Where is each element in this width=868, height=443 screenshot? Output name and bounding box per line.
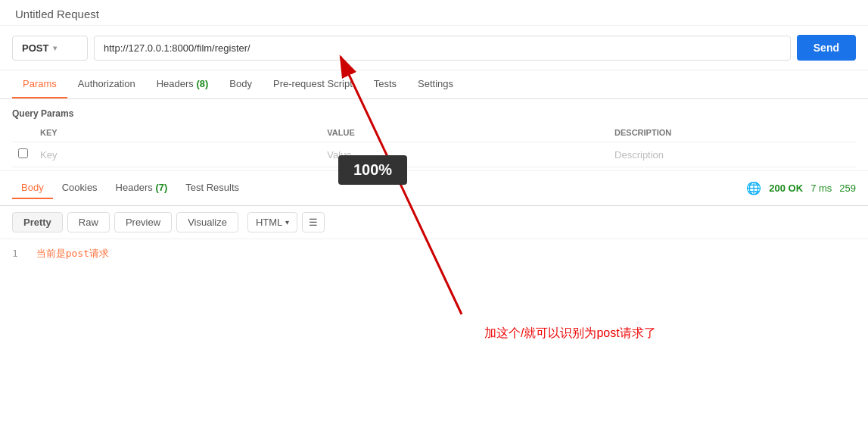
tab-tests[interactable]: Tests: [363, 70, 407, 98]
response-content: 当前是post请求: [36, 248, 109, 259]
wrap-button[interactable]: ☰: [302, 212, 325, 232]
tab-settings[interactable]: Settings: [407, 70, 464, 98]
row-checkbox-input[interactable]: [18, 148, 28, 158]
chevron-down-icon: ▾: [53, 44, 57, 52]
col-description: DESCRIPTION: [608, 123, 856, 142]
url-bar: POST ▾ Send: [0, 26, 868, 70]
tab-authorization[interactable]: Authorization: [67, 70, 146, 98]
tab-params[interactable]: Params: [12, 70, 67, 98]
key-cell[interactable]: Key: [34, 142, 321, 167]
format-btn-pretty[interactable]: Pretty: [12, 212, 63, 232]
tab-prerequest[interactable]: Pre-request Script: [263, 70, 363, 98]
format-btn-preview[interactable]: Preview: [114, 212, 172, 232]
tab-headers[interactable]: Headers (8): [146, 70, 219, 98]
response-bar: Body Cookies Headers (7) Test Results 🌐 …: [0, 170, 868, 206]
query-params-section: Query Params KEY VALUE DESCRIPTION Key: [0, 99, 868, 167]
format-btn-raw[interactable]: Raw: [67, 212, 110, 232]
row-checkbox[interactable]: [12, 142, 34, 167]
value-cell[interactable]: Value: [321, 142, 608, 167]
response-tab-test-results[interactable]: Test Results: [176, 177, 248, 199]
chevron-down-icon: ▾: [285, 218, 289, 226]
response-format-bar: Pretty Raw Preview Visualize HTML ▾ ☰: [0, 206, 868, 239]
response-tab-cookies[interactable]: Cookies: [53, 177, 107, 199]
response-headers-badge: (7): [155, 182, 167, 193]
method-label: POST: [22, 42, 48, 54]
col-value: VALUE: [321, 123, 608, 142]
status-size: 259: [839, 183, 856, 194]
request-title: Untitled Request: [15, 8, 99, 20]
globe-icon: 🌐: [746, 181, 761, 195]
col-key: KEY: [34, 123, 321, 142]
tabs-bar: Params Authorization Headers (8) Body Pr…: [0, 70, 868, 99]
query-params-title: Query Params: [12, 105, 856, 123]
response-status: 🌐 200 OK 7 ms 259: [746, 181, 856, 195]
desc-cell[interactable]: Description: [608, 142, 856, 167]
format-type-select[interactable]: HTML ▾: [247, 212, 297, 232]
response-tab-headers[interactable]: Headers (7): [107, 177, 177, 199]
response-tab-body[interactable]: Body: [12, 177, 53, 199]
status-time: 7 ms: [810, 183, 832, 194]
annotation-label: 加这个/就可以识别为post请求了: [484, 326, 656, 342]
url-input[interactable]: [94, 36, 791, 61]
format-btn-visualize[interactable]: Visualize: [176, 212, 238, 232]
headers-badge: (8): [196, 78, 208, 89]
table-row: Key Value Description: [12, 142, 856, 167]
response-body: 1 当前是post请求: [0, 239, 868, 268]
col-checkbox: [12, 123, 34, 142]
page-wrapper: Untitled Request POST ▾ Send Params Auth…: [0, 0, 868, 443]
method-select[interactable]: POST ▾: [12, 36, 88, 61]
params-table: KEY VALUE DESCRIPTION Key Value: [12, 123, 856, 167]
title-bar: Untitled Request: [0, 0, 868, 26]
status-ok: 200 OK: [769, 183, 803, 194]
line-number: 1: [12, 248, 18, 259]
tab-body[interactable]: Body: [219, 70, 263, 98]
send-button[interactable]: Send: [797, 35, 856, 61]
